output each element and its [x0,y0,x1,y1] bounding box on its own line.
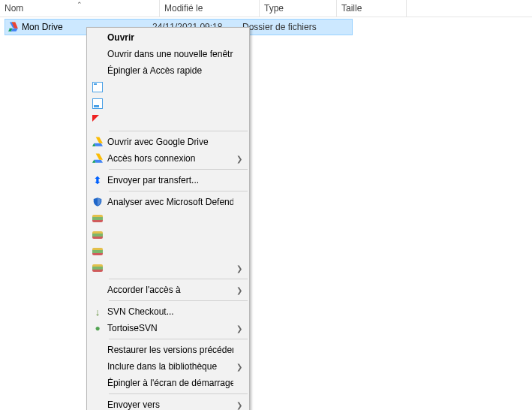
submenu-arrow-icon: ❯ [233,155,245,163]
menu-include-library[interactable]: Inclure dans la bibliothèque ❯ [88,358,248,375]
menu-send-transfer[interactable]: ⬍ Envoyer par transfert... [88,172,248,188]
menu-separator [109,191,248,191]
column-header-size[interactable]: Taille [337,0,407,17]
menu-redacted-4[interactable] [88,210,248,227]
app-icon [92,248,103,255]
menu-pin-quick-access[interactable]: Épingler à Accès rapide [88,62,248,79]
column-header-name[interactable]: Nom ⌃ [0,0,160,17]
sort-indicator-icon: ⌃ [77,1,83,8]
app-icon [92,215,103,222]
svg-marker-9 [96,154,103,160]
menu-redacted-5[interactable] [88,227,248,243]
column-headers: Nom ⌃ Modifié le Type Taille [0,0,532,17]
column-header-type-label: Type [264,3,284,14]
menu-separator [109,393,248,394]
app-icon [92,264,103,272]
menu-tortoise-svn[interactable]: ● TortoiseSVN ❯ [88,320,248,336]
menu-pin-start[interactable]: Épingler à l'écran de démarrage [88,375,248,391]
submenu-arrow-icon: ❯ [233,324,245,333]
menu-separator [109,131,248,131]
google-drive-icon [88,137,107,147]
menu-redacted-7[interactable]: ❯ [88,260,248,276]
context-menu: Ouvrir Ouvrir dans une nouvelle fenêtre … [86,27,250,410]
menu-separator [109,339,248,339]
google-drive-icon [8,22,19,32]
column-header-name-label: Nom [5,3,23,14]
file-row-type: Dossier de fichiers [242,22,332,32]
menu-svn-checkout[interactable]: ↓ SVN Checkout... [88,303,248,320]
column-header-modified[interactable]: Modifié le [160,0,260,17]
file-row-name: Mon Drive [22,22,63,32]
menu-open-new-window[interactable]: Ouvrir dans une nouvelle fenêtre [88,46,248,62]
app-icon [92,231,103,239]
menu-grant-access[interactable]: Accorder l'accès à ❯ [88,282,248,298]
menu-redacted-6[interactable] [88,243,248,260]
app-icon [92,115,103,125]
column-header-type[interactable]: Type [260,0,337,17]
menu-redacted-1[interactable] [88,79,248,95]
svn-icon: ↓ [95,307,101,317]
menu-send-to[interactable]: Envoyer vers ❯ [88,396,248,410]
column-header-modified-label: Modifié le [164,3,203,14]
menu-redacted-2[interactable] [88,95,248,112]
menu-restore-versions[interactable]: Restaurer les versions précédentes [88,342,248,358]
tortoise-icon: ● [95,324,100,333]
menu-defender-scan[interactable]: Analyser avec Microsoft Defender... [88,194,248,210]
menu-separator [109,279,248,279]
menu-open-google-drive[interactable]: Ouvrir avec Google Drive [88,134,248,150]
app-icon [92,82,103,92]
menu-open[interactable]: Ouvrir [88,29,248,46]
submenu-arrow-icon: ❯ [233,401,245,409]
menu-separator [109,169,248,170]
app-icon [92,98,103,109]
submenu-arrow-icon: ❯ [233,286,245,294]
submenu-arrow-icon: ❯ [233,363,245,371]
menu-separator [109,300,248,301]
dropbox-icon: ⬍ [93,175,102,185]
menu-offline-access[interactable]: Accès hors connexion ❯ [88,150,248,167]
google-drive-icon [88,153,107,164]
menu-redacted-3[interactable] [88,112,248,128]
submenu-arrow-icon: ❯ [233,264,245,273]
defender-shield-icon [88,197,107,207]
column-header-size-label: Taille [341,3,362,14]
svg-marker-6 [96,137,103,143]
